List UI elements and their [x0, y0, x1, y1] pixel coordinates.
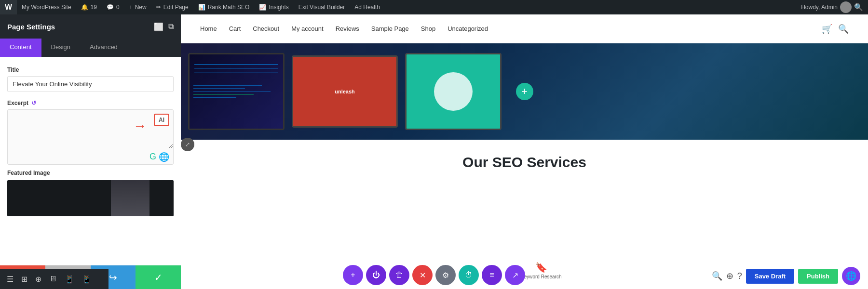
search-icon[interactable]: 🔍	[854, 3, 863, 12]
plus-icon: +	[129, 4, 133, 11]
mobile-icon[interactable]: 📱	[80, 273, 94, 286]
globe-icon: 🌐	[846, 271, 856, 281]
page-content: Our SEO Services	[181, 140, 868, 180]
builder-power-button[interactable]: ⏻	[366, 265, 386, 285]
bookmark-icon[interactable]: 🔖	[535, 262, 547, 273]
site-name-label: My WordPress Site	[22, 4, 71, 11]
builder-delete-button[interactable]: 🗑	[389, 265, 409, 285]
hero-monitor-3	[405, 53, 502, 130]
builder-close-button[interactable]: ✕	[412, 265, 433, 285]
layers-icon[interactable]: ⊕	[33, 273, 43, 286]
new-item[interactable]: + New	[124, 0, 151, 14]
panel-drag-handle[interactable]: ⤢	[181, 138, 194, 151]
panel-header-icons: ⬜ ⧉	[154, 22, 174, 31]
layers-icon[interactable]: ⊕	[726, 271, 733, 281]
keyword-research-label: Keyword Research	[521, 274, 561, 279]
bottom-right-toolbar: 🔍 ⊕ ? Save Draft Publish 🌐	[704, 263, 868, 289]
nav-shop[interactable]: Shop	[421, 25, 435, 32]
heart-icon: 🔔	[81, 4, 88, 11]
insights-icon: 📈	[259, 4, 266, 11]
rank-math-icon: 📊	[198, 4, 205, 11]
excerpt-area: → AI G 🌐	[7, 109, 174, 165]
builder-settings-button[interactable]: ⚙	[435, 265, 456, 285]
notification-count: 19	[91, 4, 97, 11]
tablet-icon[interactable]: 📱	[63, 273, 76, 286]
nav-icons: 🛒 🔍	[822, 24, 849, 34]
hero-section: unleash +	[181, 43, 868, 140]
monitor-screen-1	[190, 54, 283, 129]
publish-button[interactable]: Publish	[798, 269, 838, 284]
nav-cart[interactable]: Cart	[229, 25, 241, 32]
tab-content[interactable]: Content	[0, 39, 41, 57]
admin-bar-right: Howdy, Admin 🔍	[796, 1, 868, 13]
builder-add-button[interactable]: +	[343, 265, 363, 285]
bottom-toolbar: ☰ ⊞ ⊕ 🖥 📱 📱	[0, 269, 108, 289]
builder-columns-button[interactable]: ≡	[482, 265, 502, 285]
add-section-button[interactable]: +	[516, 83, 533, 100]
builder-history-button[interactable]: ⏱	[459, 265, 479, 285]
nav-search-icon[interactable]: 🔍	[838, 24, 849, 34]
windowed-icon[interactable]: ⬜	[154, 22, 163, 31]
cart-icon[interactable]: 🛒	[822, 24, 832, 34]
keyword-research-area: 🔖 Keyword Research	[521, 262, 561, 279]
tab-design[interactable]: Design	[41, 39, 80, 57]
featured-image-thumb[interactable]	[7, 180, 174, 216]
columns-icon[interactable]: ⧉	[168, 22, 174, 31]
edit-page-label: Edit Page	[163, 4, 189, 11]
hero-monitors: unleash	[181, 43, 509, 140]
excerpt-tool-icons: G 🌐	[8, 150, 173, 164]
desktop-icon[interactable]: 🖥	[47, 273, 59, 285]
edit-page[interactable]: ✏ Edit Page	[151, 0, 193, 14]
panel-header: Page Settings ⬜ ⧉	[0, 14, 181, 39]
nav-sample-page[interactable]: Sample Page	[371, 25, 409, 32]
ai-label: AI	[159, 117, 164, 123]
notifications[interactable]: 🔔 19	[76, 0, 102, 14]
help-icon[interactable]: ?	[737, 271, 742, 281]
reset-icon[interactable]: ↺	[31, 100, 36, 106]
language-icon[interactable]: 🌐	[159, 152, 169, 162]
page-settings-panel: Page Settings ⬜ ⧉ Content Design Advance…	[0, 14, 181, 289]
wp-logo[interactable]: W	[0, 0, 17, 14]
nav-reviews[interactable]: Reviews	[336, 25, 359, 32]
drag-icon: ⤢	[185, 141, 190, 148]
builder-analytics-button[interactable]: ↗	[505, 265, 525, 285]
pencil-icon: ✏	[156, 4, 161, 11]
globe-button[interactable]: 🌐	[842, 267, 860, 285]
comments[interactable]: 💬 0	[102, 0, 124, 14]
ai-button[interactable]: AI	[154, 114, 169, 126]
exit-visual-builder[interactable]: Exit Visual Builder	[294, 0, 350, 14]
red-arrow-indicator: →	[133, 118, 147, 134]
excerpt-textarea[interactable]	[8, 110, 173, 148]
exit-label: Exit Visual Builder	[298, 4, 345, 11]
panel-title: Page Settings	[7, 23, 55, 31]
confirm-button[interactable]: ✓	[136, 265, 181, 289]
howdy-label: Howdy, Admin	[801, 4, 838, 11]
grid-icon[interactable]: ⊞	[19, 273, 29, 286]
site-name[interactable]: My WordPress Site	[17, 0, 76, 14]
admin-bar: W My WordPress Site 🔔 19 💬 0 + New ✏ Edi…	[0, 0, 868, 14]
tab-advanced[interactable]: Advanced	[80, 39, 127, 57]
title-input[interactable]	[7, 76, 174, 92]
ad-health[interactable]: Ad Health	[350, 0, 385, 14]
hero-monitor-2: unleash	[292, 55, 398, 128]
hero-monitor-1	[188, 53, 285, 130]
title-label: Title	[7, 66, 174, 73]
new-label: New	[135, 4, 147, 11]
nav-uncategorized[interactable]: Uncategorized	[448, 25, 488, 32]
zoom-icon[interactable]: 🔍	[712, 271, 722, 281]
comment-icon: 💬	[107, 4, 114, 11]
site-nav: Home Cart Checkout My account Reviews Sa…	[181, 14, 868, 43]
ad-health-label: Ad Health	[354, 4, 380, 11]
save-draft-button[interactable]: Save Draft	[746, 269, 794, 284]
nav-my-account[interactable]: My account	[291, 25, 323, 32]
rank-math-label: Rank Math SEO	[208, 4, 250, 11]
rank-math[interactable]: 📊 Rank Math SEO	[193, 0, 255, 14]
panel-content: Title Excerpt ↺ → AI G 🌐	[0, 57, 181, 265]
insights-label: Insights	[269, 4, 288, 11]
nav-checkout[interactable]: Checkout	[253, 25, 279, 32]
insights[interactable]: 📈 Insights	[254, 0, 293, 14]
grammarly-icon[interactable]: G	[149, 152, 156, 162]
hamburger-icon[interactable]: ☰	[5, 273, 15, 286]
admin-avatar	[840, 1, 852, 13]
nav-home[interactable]: Home	[200, 25, 217, 32]
